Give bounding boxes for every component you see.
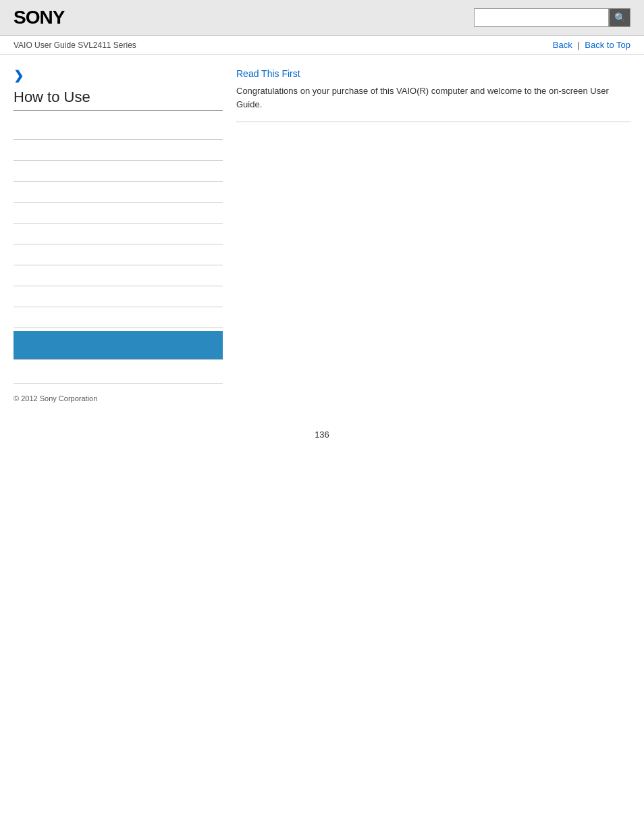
sidebar-item-7[interactable] [14, 244, 223, 265]
sidebar-item-highlighted[interactable] [14, 331, 223, 360]
search-button[interactable]: 🔍 [609, 8, 630, 27]
header: SONY 🔍 [0, 0, 644, 36]
guide-title: VAIO User Guide SVL2411 Series [14, 41, 136, 50]
sidebar-item-12[interactable] [14, 363, 223, 384]
sidebar-item-4[interactable] [14, 182, 223, 203]
article-title-link[interactable]: Read This First [236, 68, 630, 79]
sidebar-item-5[interactable] [14, 203, 223, 224]
sidebar-item-8[interactable] [14, 265, 223, 286]
sidebar-item-3[interactable] [14, 161, 223, 182]
back-link[interactable]: Back [553, 40, 572, 50]
nav-links: Back | Back to Top [553, 40, 630, 50]
main-content: ❯ How to Use © 2012 Sony Corporation Rea… [0, 55, 644, 416]
copyright: © 2012 Sony Corporation [14, 394, 223, 402]
article-description: Congratulations on your purchase of this… [236, 84, 630, 122]
sidebar-item-6[interactable] [14, 224, 223, 244]
sony-logo: SONY [14, 7, 64, 28]
back-to-top-link[interactable]: Back to Top [585, 40, 630, 50]
sidebar: ❯ How to Use © 2012 Sony Corporation [14, 68, 223, 402]
page-number: 136 [0, 416, 644, 453]
search-input[interactable] [474, 8, 609, 27]
nav-bar: VAIO User Guide SVL2411 Series Back | Ba… [0, 36, 644, 55]
sidebar-items [14, 119, 223, 384]
content-area: Read This First Congratulations on your … [236, 68, 630, 402]
search-area: 🔍 [474, 8, 630, 27]
chevron-icon: ❯ [14, 68, 223, 83]
sidebar-item-10[interactable] [14, 307, 223, 328]
sidebar-item-2[interactable] [14, 140, 223, 161]
sidebar-item-1[interactable] [14, 119, 223, 140]
search-icon: 🔍 [614, 12, 626, 23]
nav-separator: | [577, 40, 579, 50]
sidebar-item-9[interactable] [14, 286, 223, 307]
sidebar-title: How to Use [14, 88, 223, 111]
